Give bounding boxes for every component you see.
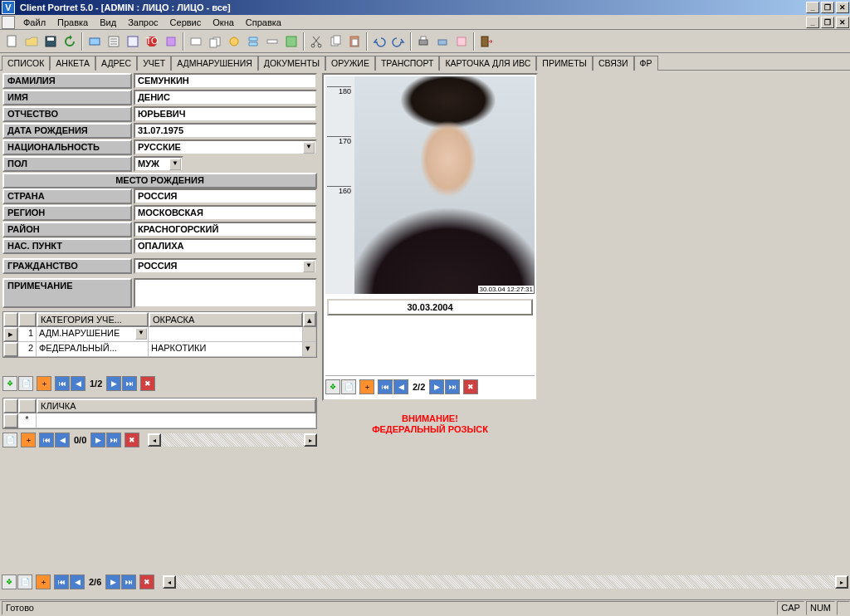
col-number[interactable] (18, 312, 37, 327)
nav-prev-button[interactable]: ◀ (70, 574, 85, 589)
tool-9[interactable] (162, 32, 180, 51)
cell-category[interactable]: АДМ.НАРУШЕНИЕ▼ (37, 327, 149, 342)
nav-prev-button[interactable]: ◀ (71, 376, 85, 391)
tab-УЧЕТ[interactable]: УЧЕТ (137, 56, 171, 71)
tool-stop[interactable]: STOP (143, 32, 161, 51)
menu-Вид[interactable]: Вид (95, 17, 121, 28)
nav-add-button[interactable]: ＋ (36, 574, 51, 589)
tool-new[interactable] (3, 32, 22, 51)
nav-next-button[interactable]: ▶ (106, 376, 121, 391)
nav-next-button[interactable]: ▶ (90, 433, 105, 447)
tool-prn3[interactable] (452, 32, 471, 51)
nav-last-button[interactable]: ⏭ (121, 574, 136, 589)
menu-Справка[interactable]: Справка (241, 17, 286, 28)
tool-cut[interactable] (307, 32, 325, 51)
tab-АДРЕС[interactable]: АДРЕС (95, 56, 137, 71)
cell-alias[interactable] (37, 413, 316, 428)
nav-book-icon[interactable]: ❖ (2, 574, 17, 589)
tool-copy[interactable] (326, 32, 344, 51)
nav-prev-button[interactable]: ◀ (55, 433, 70, 447)
close-button[interactable]: ✕ (836, 2, 849, 13)
menu-Запрос[interactable]: Запрос (123, 17, 163, 28)
table-row[interactable]: 2 ФЕДЕРАЛЬНЫЙ... НАРКОТИКИ ▾ (3, 342, 316, 357)
field-dob[interactable]: 31.07.1975 (134, 123, 317, 139)
scroll-left-button[interactable]: ◂ (163, 575, 176, 589)
scroll-right-button[interactable]: ▸ (304, 433, 317, 447)
nav-add-button[interactable]: ＋ (21, 433, 36, 447)
tab-СПИСОК[interactable]: СПИСОК (2, 56, 50, 71)
mdi-close-button[interactable]: ✕ (836, 17, 849, 28)
nav-first-button[interactable]: ⏮ (39, 433, 54, 447)
field-nationality[interactable]: РУССКИЕ▼ (134, 139, 317, 155)
tab-СВЯЗИ[interactable]: СВЯЗИ (593, 56, 634, 71)
tab-ТРАНСПОРТ[interactable]: ТРАНСПОРТ (375, 56, 440, 71)
resize-grip[interactable] (837, 601, 850, 615)
grid-scroll-down[interactable]: ▾ (303, 342, 316, 357)
tool-11[interactable] (206, 32, 224, 51)
tool-open[interactable] (22, 32, 41, 51)
table-row[interactable]: * (3, 413, 316, 428)
nav-first-button[interactable]: ⏮ (378, 379, 393, 394)
cell-color[interactable]: НАРКОТИКИ (149, 342, 303, 357)
nav-delete-button[interactable]: ✖ (125, 433, 139, 447)
tool-undo[interactable] (370, 32, 388, 51)
mdi-minimize-button[interactable]: _ (806, 17, 819, 28)
tab-АНКЕТА[interactable]: АНКЕТА (50, 56, 95, 71)
nav-delete-button[interactable]: ✖ (463, 379, 478, 394)
tool-12[interactable] (225, 32, 243, 51)
menu-Файл[interactable]: Файл (18, 17, 51, 28)
field-district[interactable]: КРАСНОГОРСКИЙ (134, 222, 317, 237)
field-sex[interactable]: МУЖ▼ (134, 156, 183, 172)
menu-Правка[interactable]: Правка (52, 17, 93, 28)
tool-10[interactable] (187, 32, 205, 51)
tool-prn2[interactable] (433, 32, 452, 51)
field-patronymic[interactable]: ЮРЬЕВИЧ (134, 106, 317, 122)
nav-next-button[interactable]: ▶ (429, 379, 444, 394)
col-color[interactable]: ОКРАСКА (149, 312, 303, 327)
cell-color[interactable] (149, 327, 303, 342)
mdi-restore-button[interactable]: ❐ (821, 17, 834, 28)
menu-Окна[interactable]: Окна (208, 17, 239, 28)
nav-first-button[interactable]: ⏮ (54, 574, 69, 589)
field-surname[interactable]: СЕМУНКИН (134, 73, 317, 89)
tab-ОРУЖИЕ[interactable]: ОРУЖИЕ (325, 56, 375, 71)
nav-book-icon[interactable]: ❖ (325, 379, 340, 394)
dropdown-icon[interactable]: ▼ (169, 159, 181, 170)
dropdown-icon[interactable]: ▼ (303, 261, 315, 272)
nav-first-button[interactable]: ⏮ (55, 376, 70, 391)
field-note[interactable] (134, 278, 317, 308)
nav-doc-icon[interactable]: 📄 (341, 379, 356, 394)
table-row[interactable]: ▸ 1 АДМ.НАРУШЕНИЕ▼ (3, 327, 316, 342)
nav-last-button[interactable]: ⏭ (122, 376, 137, 391)
nav-last-button[interactable]: ⏭ (106, 433, 121, 447)
tool-print[interactable] (414, 32, 432, 51)
hscroll[interactable]: ◂▸ (163, 575, 848, 589)
field-country[interactable]: РОССИЯ (134, 188, 317, 204)
tool-14[interactable] (263, 32, 281, 51)
cell-category[interactable]: ФЕДЕРАЛЬНЫЙ... (37, 342, 149, 357)
nav-doc-icon[interactable]: 📄 (2, 433, 17, 447)
tool-exit[interactable] (477, 32, 496, 51)
grid-scroll-up[interactable]: ▴ (303, 312, 316, 327)
nav-next-button[interactable]: ▶ (105, 574, 120, 589)
tool-paste[interactable] (345, 32, 364, 51)
col-category[interactable]: КАТЕГОРИЯ УЧЕ... (37, 312, 149, 327)
dropdown-icon[interactable]: ▼ (303, 142, 315, 154)
nav-prev-button[interactable]: ◀ (393, 379, 408, 394)
field-town[interactable]: ОПАЛИХА (134, 238, 317, 254)
menu-Сервис[interactable]: Сервис (165, 17, 207, 28)
tab-ПРИМЕТЫ[interactable]: ПРИМЕТЫ (536, 56, 593, 71)
field-region[interactable]: МОСКОВСКАЯ (134, 205, 317, 221)
maximize-button[interactable]: ❐ (821, 2, 834, 13)
tool-refresh[interactable] (61, 32, 79, 51)
col-alias[interactable]: КЛИЧКА (37, 398, 316, 413)
nav-last-button[interactable]: ⏭ (445, 379, 460, 394)
tool-15[interactable] (282, 32, 300, 51)
nav-doc-icon[interactable]: 📄 (17, 574, 32, 589)
scroll-left-button[interactable]: ◂ (148, 433, 161, 447)
field-citizenship[interactable]: РОССИЯ▼ (134, 258, 317, 274)
tab-ФР[interactable]: ФР (634, 56, 658, 71)
tool-7[interactable] (124, 32, 142, 51)
nav-doc-icon[interactable]: 📄 (18, 376, 33, 391)
tab-ДОКУМЕНТЫ[interactable]: ДОКУМЕНТЫ (258, 56, 325, 71)
